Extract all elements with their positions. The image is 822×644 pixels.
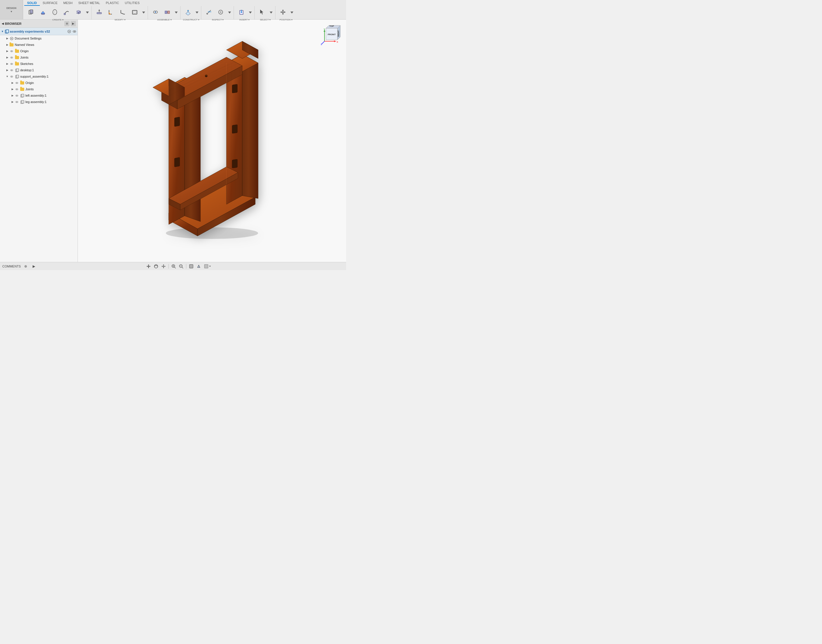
comments-add-button[interactable]: ⊕: [23, 263, 29, 270]
create-more-button[interactable]: [84, 6, 90, 18]
tree-item-doc-settings[interactable]: ▶ Document Settings: [0, 35, 78, 41]
expand-leg-assembly[interactable]: ▶: [11, 100, 14, 104]
desktop1-visibility-icon[interactable]: [9, 68, 14, 72]
svg-rect-170: [205, 265, 208, 268]
assemble-more-button[interactable]: [173, 6, 179, 18]
sketches-visibility-icon[interactable]: [9, 61, 14, 66]
bottom-pan-button[interactable]: [160, 263, 167, 270]
viewport-canvas[interactable]: TOP FRONT RIGHT Z Y X: [78, 20, 346, 262]
comments-expand-button[interactable]: ▶: [31, 263, 37, 270]
assembly-settings-icon[interactable]: [67, 29, 71, 34]
bottom-display-mode-button[interactable]: [188, 263, 194, 270]
chamfer-button[interactable]: [117, 6, 129, 18]
bottom-orbit-button[interactable]: [153, 263, 159, 270]
tree-item-left-assembly[interactable]: ▶ left assembly:1: [0, 92, 78, 99]
expand-named-views[interactable]: ▶: [5, 43, 9, 47]
browser-expand-button[interactable]: ▶: [70, 21, 76, 26]
svg-marker-115: [242, 54, 258, 198]
create-label[interactable]: CREATE ▾: [25, 18, 90, 21]
insert-more-button[interactable]: [248, 6, 253, 18]
expand-joints2[interactable]: ▶: [11, 87, 14, 91]
revolve-button[interactable]: [49, 6, 61, 18]
construct-more-button[interactable]: [194, 6, 200, 18]
modify-more-button[interactable]: [141, 6, 147, 18]
browser-search-button[interactable]: ⊕: [64, 21, 69, 26]
svg-marker-40: [260, 9, 263, 14]
construct-label[interactable]: CONSTRUCT ▾: [182, 18, 200, 21]
assembly-collapse[interactable]: ▼: [1, 30, 4, 33]
expand-support-assembly[interactable]: ▼: [5, 74, 9, 78]
expand-left-assembly[interactable]: ▶: [11, 94, 14, 98]
extrude-button[interactable]: [37, 6, 49, 18]
bottom-visual-style-button[interactable]: [196, 263, 202, 270]
expand-origin2[interactable]: ▶: [11, 81, 14, 85]
svg-rect-74: [21, 94, 24, 97]
insert-button[interactable]: [236, 6, 247, 18]
display-button[interactable]: [215, 6, 227, 18]
tab-plastic[interactable]: PLASTIC: [103, 1, 122, 6]
select-button[interactable]: [256, 6, 268, 18]
leg-assembly-visibility-icon[interactable]: [14, 100, 19, 104]
as-built-joint-button[interactable]: [162, 6, 173, 18]
bottom-zoom-out-button[interactable]: [178, 263, 184, 270]
press-pull-button[interactable]: [93, 6, 105, 18]
tree-item-joints2[interactable]: ▶ Joints: [0, 86, 78, 92]
move-copy-button[interactable]: [277, 6, 289, 18]
joints-visibility-icon[interactable]: [9, 55, 14, 60]
offset-plane-button[interactable]: [182, 6, 194, 18]
collapse-icon[interactable]: ◀: [2, 22, 4, 25]
tree-item-support-assembly[interactable]: ▼ support_assembly:1: [0, 73, 78, 80]
position-more-button[interactable]: [289, 6, 295, 18]
tab-mesh[interactable]: MESH: [61, 1, 75, 6]
select-more-button[interactable]: [268, 6, 274, 18]
shell-button[interactable]: [129, 6, 141, 18]
expand-desktop1[interactable]: ▶: [5, 68, 9, 72]
bottom-move-button[interactable]: [145, 263, 152, 270]
position-group: POSITION ▾: [276, 6, 296, 19]
nav-cube[interactable]: TOP FRONT RIGHT Z Y X: [320, 23, 343, 46]
fillet-button[interactable]: [105, 6, 117, 18]
tab-surface[interactable]: SURFACE: [40, 1, 61, 6]
origin-visibility-icon[interactable]: [9, 49, 14, 54]
tree-item-origin[interactable]: ▶ Origin: [0, 48, 78, 54]
viewport[interactable]: TOP FRONT RIGHT Z Y X: [78, 20, 346, 262]
svg-point-20: [155, 12, 156, 13]
tab-utilities[interactable]: UTILITIES: [122, 1, 142, 6]
position-label[interactable]: POSITION ▾: [277, 18, 295, 21]
tree-item-leg-assembly[interactable]: ▶ leg assembly:1: [0, 99, 78, 105]
tab-solid[interactable]: SOLID: [24, 1, 40, 6]
assemble-label[interactable]: ASSEMBLE ▾: [150, 18, 179, 21]
tab-sheet-metal[interactable]: SHEET METAL: [75, 1, 103, 6]
origin2-visibility-icon[interactable]: [14, 81, 19, 85]
svg-rect-16: [133, 11, 136, 13]
tree-item-named-views[interactable]: ▶ Named Views: [0, 41, 78, 48]
joints2-visibility-icon[interactable]: [14, 87, 19, 92]
support-assembly-visibility-icon[interactable]: [9, 74, 14, 79]
box-button[interactable]: [73, 6, 84, 18]
tree-item-joints[interactable]: ▶ Joints: [0, 54, 78, 61]
tree-item-desktop1[interactable]: ▶ desktop:1: [0, 67, 78, 73]
sweep-button[interactable]: [61, 6, 72, 18]
insert-label[interactable]: INSERT ▾: [236, 18, 253, 21]
bottom-zoom-fit-button[interactable]: [170, 263, 177, 270]
svg-text:+: +: [31, 11, 32, 14]
measure-button[interactable]: mm: [203, 6, 214, 18]
select-label[interactable]: SELECT ▾: [256, 18, 274, 21]
design-mode-button[interactable]: DESIGN ▾: [0, 0, 23, 19]
left-assembly-visibility-icon[interactable]: [14, 93, 19, 98]
expand-origin[interactable]: ▶: [5, 49, 9, 53]
inspect-label[interactable]: INSPECT ▾: [203, 18, 233, 21]
modify-label[interactable]: MODIFY ▾: [93, 18, 147, 21]
tree-item-sketches[interactable]: ▶ Sketches: [0, 61, 78, 67]
assembly-root[interactable]: ▼ assembly experiments v32: [0, 28, 78, 35]
bottom-grid-button[interactable]: [203, 263, 212, 270]
tree-item-origin2[interactable]: ▶ Origin: [0, 80, 78, 86]
assembly-visibility-icon[interactable]: [72, 29, 77, 34]
joint-button[interactable]: [150, 6, 161, 18]
inspect-more-button[interactable]: [227, 6, 233, 18]
expand-doc-settings[interactable]: ▶: [5, 36, 9, 40]
new-component-button[interactable]: +: [25, 6, 37, 18]
expand-sketches[interactable]: ▶: [5, 62, 9, 66]
svg-rect-4: [41, 14, 44, 14]
expand-joints[interactable]: ▶: [5, 55, 9, 60]
